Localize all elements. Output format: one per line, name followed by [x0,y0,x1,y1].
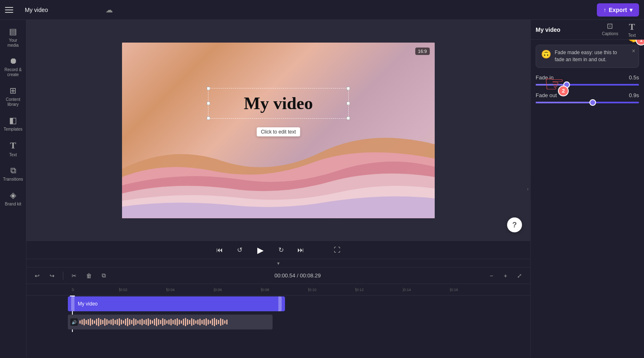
fade-out-slider[interactable] [536,102,639,103]
export-button[interactable]: ↑ Export ▾ [597,3,639,17]
duplicate-button[interactable]: ⧉ [98,270,110,282]
main-layout: ▤ Your media ⏺ Record &create ⊞ Content … [0,20,644,358]
delete-button[interactable]: 🗑 [83,270,95,282]
waveform-bar [96,319,97,325]
undo-button[interactable]: ↩ [31,270,43,282]
tab-text[interactable]: T Text [625,20,639,40]
waveform-bar [133,318,134,326]
video-title-track-row: My video [26,296,530,312]
waveform-bar [177,318,178,326]
clip-handle-right[interactable] [278,296,282,311]
export-label: Export [609,7,627,13]
tick-3: |0:06 [214,288,261,292]
fast-forward-button[interactable]: ↻ [275,244,287,256]
text-overlay[interactable]: My video [208,88,349,119]
project-title-input[interactable] [22,5,101,15]
timeline-time: 00:00.54 / 00:08.29 [113,272,482,279]
timeline: ↩ ↪ ✂ 🗑 ⧉ 00:00.54 / 00:08.29 − + ⤢ [26,267,530,358]
tick-8: |0:16 [450,288,497,292]
redo-button[interactable]: ↪ [46,270,58,282]
waveform-bar [117,319,118,325]
skip-to-end-button[interactable]: ⏭ [295,244,306,256]
total-time: 00:08.29 [300,272,321,279]
waveform-bar [216,319,217,325]
right-panel-header: My video ⊡ Captions T Text [531,20,644,40]
waveform [68,315,273,329]
resize-handle-ml[interactable] [207,102,210,105]
waveform-bar [220,318,221,326]
right-panel: › My video ⊡ Captions T Text 🙃 Fade made… [530,20,644,358]
sidebar-item-transitions[interactable]: ⧉ Transitions [2,162,24,185]
ruler-ticks: 0 |0:02 |0:04 |0:06 |0:08 |0:10 |0:12 |0… [72,288,497,292]
tooltip-text: Fade made easy: use this to fade an item… [555,49,634,63]
waveform-bar [84,319,85,325]
rewind-button[interactable]: ↺ [234,244,245,256]
waveform-bar [119,318,120,326]
sidebar-item-brand-kit[interactable]: ◈ Brand kit [2,187,24,210]
cut-button[interactable]: ✂ [68,270,80,282]
brand-kit-icon: ◈ [10,190,16,200]
clip-handle-left[interactable] [71,296,74,311]
zoom-in-button[interactable]: + [500,270,511,282]
text-label: Text [628,33,636,38]
sidebar-item-label: Text [9,153,17,158]
video-preview: My video Click to edit text 16:9 ? [26,20,530,241]
sidebar-item-text[interactable]: T Text [2,137,24,161]
volume-icon: 🔊 [70,318,78,326]
video-frame[interactable]: My video Click to edit text 16:9 [122,43,435,218]
panel-title: My video [536,26,560,33]
resize-handle-br[interactable] [347,117,350,120]
waveform-bar [125,319,126,325]
waveform-bar [104,318,105,326]
zoom-controls: − + ⤢ [486,270,525,282]
waveform-bar [79,320,81,324]
sidebar-item-content-library[interactable]: ⊞ Content library [2,82,24,110]
fit-to-screen-button[interactable]: ⤢ [514,270,525,282]
zoom-out-button[interactable]: − [486,270,497,282]
cursor-badge-1: 1 [636,40,644,45]
panel-tabs: ⊡ Captions T Text [599,20,639,40]
sidebar-item-label: Content library [4,97,23,107]
help-button[interactable]: ? [507,217,522,232]
content-library-icon: ⊞ [10,86,17,95]
sidebar-item-record[interactable]: ⏺ Record &create [2,53,24,81]
current-time: 00:00.54 [274,272,295,279]
right-panel-collapse-button[interactable]: › [525,181,531,197]
video-title-clip[interactable]: My video [68,296,285,311]
resize-handle-tl[interactable] [207,87,210,90]
media-clip[interactable]: 🔊 [68,315,273,329]
menu-button[interactable] [5,4,17,16]
topbar: ☁ ↑ Export ▾ [0,0,644,20]
skip-to-start-button[interactable]: ⏮ [214,244,225,256]
fade-in-value: 0.5s [629,74,639,81]
resize-handle-tr[interactable] [347,87,350,90]
play-button[interactable]: ▶ [254,243,267,257]
waveform-bar [121,320,122,325]
sidebar-item-label: Templates [4,127,23,132]
resize-handle-bl[interactable] [207,117,210,120]
timeline-collapse-button[interactable]: ▾ [26,259,530,267]
sidebar-item-templates[interactable]: ◧ Templates [2,112,24,135]
waveform-bar [135,319,136,325]
waveform-bar [162,318,163,326]
fullscreen-button[interactable]: ⛶ [331,244,343,256]
tick-2: |0:04 [166,288,213,292]
waveform-bar [160,320,161,324]
waveform-bar [206,318,207,326]
fade-out-thumb[interactable] [589,99,596,106]
tick-5: |0:10 [308,288,355,292]
waveform-bar [100,319,101,325]
captions-label: Captions [602,31,618,36]
separator [63,272,63,280]
fade-out-value: 0.9s [629,92,639,98]
cursor-group-2: ☞ 2 [544,70,565,97]
sidebar-item-label: Transitions [3,177,23,182]
tab-captions[interactable]: ⊡ Captions [599,20,621,40]
tooltip-close-button[interactable]: × [632,48,635,54]
sidebar-item-your-media[interactable]: ▤ Your media [2,23,24,51]
waveform-bar [183,319,184,325]
waveform-bar [156,318,157,326]
resize-handle-mr[interactable] [347,102,350,105]
video-title-text: My video [218,93,338,113]
captions-icon: ⊡ [607,21,613,31]
